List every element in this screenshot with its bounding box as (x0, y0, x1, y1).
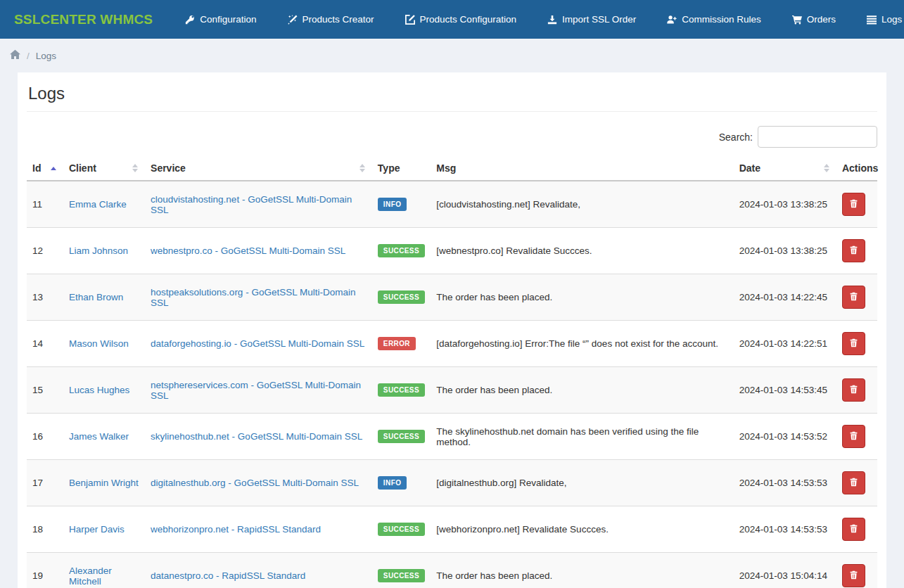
import-icon (547, 15, 557, 25)
nav-item-import-ssl-order[interactable]: Import SSL Order (547, 14, 636, 25)
service-link[interactable]: webhorizonpro.net - RapidSSL Standard (151, 524, 321, 535)
log-row-13: 13Ethan Brownhostpeaksolutions.org - GoG… (27, 274, 877, 321)
nav-item-commission-rules[interactable]: Commission Rules (667, 14, 761, 25)
breadcrumb-separator: / (27, 51, 30, 61)
service-link[interactable]: cloudvistahosting.net - GoGetSSL Multi-D… (151, 194, 352, 215)
nav-item-orders[interactable]: Orders (792, 14, 836, 25)
header-row: IdClientServiceTypeMsgDateActions (27, 156, 877, 181)
log-id: 11 (27, 181, 63, 228)
log-row-16: 16James Walkerskylinehosthub.net - GoGet… (27, 414, 877, 460)
log-row-11: 11Emma Clarkecloudvistahosting.net - GoG… (27, 181, 877, 228)
column-header-client[interactable]: Client (63, 156, 145, 181)
service-link[interactable]: skylinehosthub.net - GoGetSSL Multi-Doma… (151, 431, 362, 442)
log-id: 12 (27, 228, 63, 274)
search-bar: Search: (27, 126, 877, 148)
trash-icon (849, 570, 858, 582)
type-badge: SUCCESS (378, 569, 425, 582)
list-icon (867, 15, 877, 25)
client-link[interactable]: Emma Clarke (69, 199, 127, 210)
trash-icon (849, 478, 858, 489)
sort-icon (359, 164, 365, 172)
client-link[interactable]: Mason Wilson (69, 338, 129, 349)
log-id: 14 (27, 321, 63, 367)
log-row-17: 17Benjamin Wrightdigitalnesthub.org - Go… (27, 460, 877, 506)
service-link[interactable]: netsphereservices.com - GoGetSSL Multi-D… (151, 380, 361, 401)
delete-log-button[interactable] (842, 193, 865, 216)
delete-log-button[interactable] (842, 518, 865, 541)
type-badge: SUCCESS (378, 244, 425, 257)
log-id: 18 (27, 506, 63, 553)
column-header-date[interactable]: Date (734, 156, 836, 181)
edit-icon (405, 15, 415, 25)
client-link[interactable]: Alexander Mitchell (69, 565, 112, 587)
trash-icon (849, 431, 858, 442)
client-link[interactable]: Lucas Hughes (69, 385, 129, 395)
client-link[interactable]: Liam Johnson (69, 245, 128, 256)
search-input[interactable] (758, 126, 877, 148)
log-date: 2024-01-03 14:53:53 (734, 506, 836, 553)
log-date: 2024-01-03 15:04:14 (734, 553, 836, 588)
column-header-service[interactable]: Service (145, 156, 372, 181)
client-link[interactable]: Ethan Brown (69, 292, 123, 302)
column-header-id[interactable]: Id (27, 156, 63, 181)
service-link[interactable]: digitalnesthub.org - GoGetSSL Multi-Doma… (151, 478, 359, 488)
log-id: 19 (27, 553, 63, 588)
column-label: Type (378, 162, 400, 174)
trash-icon (849, 245, 858, 257)
column-label: Actions (842, 162, 878, 174)
log-date: 2024-01-03 14:53:45 (734, 367, 836, 414)
type-badge: SUCCESS (378, 290, 425, 304)
home-icon[interactable] (10, 49, 20, 62)
log-date: 2024-01-03 13:38:25 (734, 228, 836, 274)
logs-panel: Logs Search: IdClientServiceTypeMsgDateA… (18, 72, 886, 588)
delete-log-button[interactable] (842, 332, 865, 355)
nav-item-label: Logs (881, 14, 902, 25)
trash-icon (849, 524, 858, 535)
delete-log-button[interactable] (842, 471, 865, 494)
logs-table-body: 11Emma Clarkecloudvistahosting.net - GoG… (27, 181, 877, 588)
type-badge: SUCCESS (378, 430, 425, 443)
service-link[interactable]: webnestpro.co - GoGetSSL Multi-Domain SS… (151, 245, 345, 256)
type-badge: ERROR (378, 337, 416, 350)
delete-log-button[interactable] (842, 425, 865, 448)
log-message: The order has been placed. (431, 367, 733, 414)
type-badge: SUCCESS (378, 523, 425, 536)
column-label: Id (32, 162, 41, 174)
user-plus-icon (667, 15, 677, 25)
sort-icon (132, 164, 138, 172)
nav-item-label: Commission Rules (682, 14, 761, 25)
main-nav: ConfigurationProducts CreatorProducts Co… (185, 14, 902, 25)
column-label: Msg (436, 162, 456, 174)
client-link[interactable]: Harper Davis (69, 524, 125, 535)
app-brand[interactable]: SSLCENTER WHMCS (14, 12, 153, 27)
delete-log-button[interactable] (842, 564, 865, 587)
trash-icon (849, 385, 858, 396)
log-date: 2024-01-03 14:22:45 (734, 274, 836, 321)
log-row-12: 12Liam Johnsonwebnestpro.co - GoGetSSL M… (27, 228, 877, 274)
column-label: Date (739, 162, 760, 174)
service-link[interactable]: dataforgehosting.io - GoGetSSL Multi-Dom… (151, 338, 364, 349)
type-badge: SUCCESS (378, 383, 425, 397)
log-message: [cloudvistahosting.net] Revalidate, (431, 181, 733, 228)
delete-log-button[interactable] (842, 286, 865, 309)
client-link[interactable]: James Walker (69, 431, 129, 442)
logs-table-header: IdClientServiceTypeMsgDateActions (27, 156, 877, 181)
delete-log-button[interactable] (842, 378, 865, 402)
client-link[interactable]: Benjamin Wright (69, 478, 139, 488)
cart-icon (792, 15, 802, 25)
nav-item-products-creator[interactable]: Products Creator (288, 14, 374, 25)
nav-item-logs[interactable]: Logs (867, 14, 902, 25)
log-id: 13 (27, 274, 63, 321)
delete-log-button[interactable] (842, 239, 865, 262)
service-link[interactable]: hostpeaksolutions.org - GoGetSSL Multi-D… (151, 287, 355, 308)
log-id: 17 (27, 460, 63, 506)
nav-item-configuration[interactable]: Configuration (185, 14, 256, 25)
column-header-type: Type (372, 156, 431, 181)
type-badge: INFO (378, 476, 407, 490)
logs-table: IdClientServiceTypeMsgDateActions 11Emma… (27, 156, 877, 588)
nav-item-products-configuration[interactable]: Products Configuration (405, 14, 516, 25)
service-link[interactable]: datanestpro.co - RapidSSL Standard (151, 570, 305, 581)
log-message: [webnestpro.co] Revalidate Succces. (431, 228, 733, 274)
top-navbar: SSLCENTER WHMCS ConfigurationProducts Cr… (0, 0, 904, 39)
log-message: The order has been placed. (431, 274, 733, 321)
